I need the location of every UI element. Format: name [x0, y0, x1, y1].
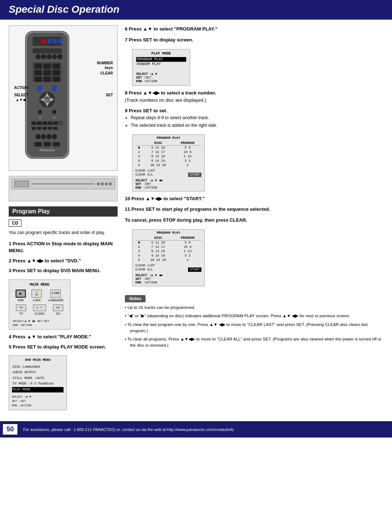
osd-clear-all-row: CLEAR ALL START — [135, 173, 201, 177]
svg-text:CH: CH — [38, 117, 41, 119]
svg-rect-40 — [48, 122, 52, 125]
osd-main-menu: MAIN MENU ▶ DVD 🔒 LOCK LANG LANGUAGE — [9, 279, 70, 330]
table-row: ■6 11 165 8 — [135, 241, 201, 245]
step-8: 8 Press ▲▼◀▶ to select a track number. (… — [125, 89, 383, 104]
clock-icon-box: 5 ³¹ — [33, 305, 46, 311]
note-2: "◀" or "▶" (depending on disc) indicates… — [125, 313, 383, 319]
step-11-text: 11 Press SET to start play of programs i… — [125, 206, 270, 212]
svg-point-47 — [36, 134, 41, 139]
svg-point-10 — [46, 54, 52, 59]
step-8-text: 8 Press ▲▼◀▶ to select a track number. — [125, 90, 216, 96]
note-3: To clear the last program one by one, Pr… — [125, 322, 383, 334]
step-6: 6 Press ▲▼ to select "PROGRAM PLAY." — [125, 25, 383, 33]
step-5-number: 5 — [9, 344, 11, 350]
svg-point-24 — [52, 85, 57, 91]
svg-rect-7 — [33, 48, 62, 53]
step-3-text: Press SET to display DVD MAIN MENU. — [13, 268, 101, 273]
osd-audio-out: AUDIO OUTPUT — [12, 370, 64, 376]
osd-pp-clear-row: CLEAR LAST CLEAR ALL START — [135, 169, 201, 177]
step-9-text: 9 Press SET to set. — [125, 108, 167, 113]
intro-text: You can program specific tracks and orde… — [9, 230, 118, 236]
cancel-text: To cancel, press STOP during play, then … — [125, 217, 383, 224]
number-keys-label2: keys — [105, 66, 113, 70]
osd-small-row: TV TV 5 ³¹ CLOCK CH CH — [13, 305, 66, 317]
osd-still-mode: STILL MODE :AUTO — [12, 376, 64, 382]
svg-rect-52 — [44, 142, 51, 146]
osd-pp-final-footer: SELECT :▲ ▼ ◀▶ SET :SET END :ACTION — [135, 273, 201, 285]
ch-icon-box: CH — [53, 305, 63, 311]
language-label: LANGUAGE — [48, 298, 64, 303]
number-keys-label: NUMBER — [97, 61, 113, 65]
notes-list: Up to 15 tracks can be programmed. "◀" o… — [125, 305, 383, 349]
ch-label: CH — [56, 312, 60, 317]
osd-main-menu-title: MAIN MENU — [13, 282, 66, 287]
step-8-sub: (Track numbers on disc are displayed.) — [125, 97, 206, 103]
svg-rect-38 — [37, 122, 41, 125]
tv-label: TV — [19, 312, 23, 317]
set-label: SET — [106, 93, 113, 97]
osd-tv-mode: TV MODE :4:3 Pan&Scan — [12, 381, 64, 387]
col-disc2: DISC — [143, 236, 174, 241]
clear-all-text2: CLEAR ALL — [135, 268, 153, 271]
svg-rect-37 — [32, 122, 36, 125]
note-4: To clear all programs, Press ▲▼◀▶ to mov… — [125, 336, 383, 349]
svg-rect-22 — [53, 77, 60, 82]
svg-rect-14 — [34, 64, 42, 69]
svg-point-32 — [38, 110, 42, 114]
svg-rect-42 — [32, 127, 36, 130]
svg-rect-21 — [44, 77, 51, 82]
arrows-label: ▲▼◀ — [16, 98, 26, 102]
remote-illustration: SET CH VOL — [9, 25, 118, 171]
steps-left: 1 Press ACTION in Stop mode to display M… — [9, 240, 118, 414]
osd-pp-table: DISC PROGRAM ■6 11 165 8 27 12 1715 6 38… — [135, 141, 201, 168]
step-3-number: 3 — [9, 268, 11, 273]
osd-program-play-item: PROGRAM PLAY — [136, 57, 186, 62]
tv-icon-box: TV — [16, 305, 26, 311]
svg-rect-51 — [34, 142, 42, 146]
svg-point-50 — [52, 134, 57, 139]
svg-rect-46 — [53, 127, 58, 130]
col-prog: PROGRAM — [174, 141, 201, 146]
page-footer: 50 For assistance, please call : 1-800-2… — [0, 421, 392, 438]
svg-rect-20 — [34, 77, 42, 82]
svg-text:Panasonic: Panasonic — [40, 148, 55, 152]
osd-final-clear-all: CLEAR ALL START — [135, 267, 201, 272]
osd-dvd-main: DVD MAIN MENU DISC LANGUAGES AUDIO OUTPU… — [9, 355, 67, 410]
svg-rect-43 — [37, 127, 41, 130]
col-num — [135, 141, 143, 146]
note-1: Up to 15 tracks can be programmed. — [125, 305, 383, 311]
svg-point-23 — [37, 85, 43, 91]
start-badge: START — [188, 173, 201, 177]
osd-icons-row: ▶ DVD 🔒 LOCK LANG LANGUAGE — [13, 290, 66, 303]
step-11: 11 Press SET to start play of programs i… — [125, 206, 383, 213]
svg-point-3 — [41, 39, 46, 43]
col-prog2: PROGRAM — [174, 236, 201, 241]
step-9: 9 Press SET to set. Repeat steps 8-9 to … — [125, 107, 383, 129]
step-1: 1 Press ACTION in Stop mode to display M… — [9, 240, 118, 254]
table-row: 49 14 193 2 — [135, 159, 201, 163]
bullet-2: The selected track is added on the right… — [131, 122, 383, 129]
osd-dvd-main-footer: SELECT :▲ ▼ SET :SET END :ACTION — [12, 395, 64, 408]
svg-rect-16 — [53, 64, 60, 69]
cancel-text-content: To cancel, press STOP during play, then … — [125, 217, 247, 223]
svg-point-9 — [41, 54, 46, 59]
clear-all-text: CLEAR ALL — [135, 173, 153, 177]
svg-point-49 — [46, 134, 52, 139]
notes-box: Notes Up to 15 tracks can be programmed.… — [125, 295, 383, 349]
osd-play-mode: PLAY MODE — [12, 387, 64, 393]
step-1-number: 1 — [9, 241, 11, 246]
osd-main-menu-footer: SELECT:▲ ▼ ◀▶ SET:SET END :ACTION — [13, 319, 66, 327]
step-2-text: Press ▲▼◀▶ to select "DVD." — [13, 258, 81, 263]
dvd-label: DVD — [18, 298, 24, 303]
svg-rect-53 — [53, 142, 60, 146]
clock-label: CLOCK — [34, 312, 44, 317]
osd-program-play-table: PROGRAM PLAY DISC PROGRAM ■6 11 165 8 27… — [132, 134, 205, 192]
step-10: 10 Press ▲▼◀▶ to select "START." — [125, 195, 383, 202]
osd-pp-final-table: DISC PROGRAM ■6 11 165 8 27 12 1715 6 38… — [135, 236, 201, 262]
right-column: 6 Press ▲▼ to select "PROGRAM PLAY." 7 P… — [125, 25, 383, 414]
dvd-player-illustration — [9, 176, 118, 201]
remote-area: SET CH VOL — [13, 29, 114, 167]
notes-header: Notes — [125, 295, 146, 302]
col-disc: DISC — [143, 141, 174, 146]
step-1-text: Press ACTION in Stop mode to display MAI… — [9, 241, 113, 254]
